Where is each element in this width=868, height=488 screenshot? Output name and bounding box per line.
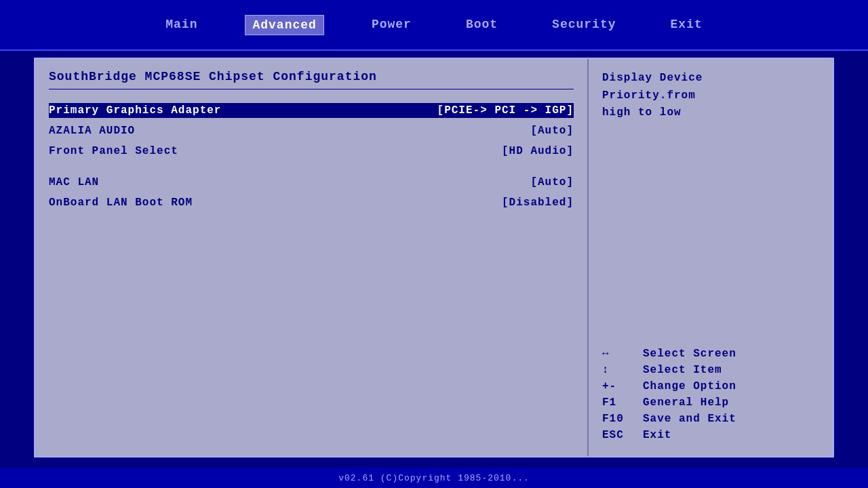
setting-row-onboard-lan[interactable]: OnBoard LAN Boot ROM [Disabled] xyxy=(49,195,574,210)
key-symbol-updown: ↕ xyxy=(602,364,643,376)
main-panel: SouthBridge MCP68SE Chipset Configuratio… xyxy=(34,58,834,458)
key-row-change-option: +- Change Option xyxy=(602,380,819,392)
help-line2: Priority.from xyxy=(602,89,696,102)
help-text: Display Device Priority.from high to low xyxy=(602,70,819,122)
setting-value-azalia: [Auto] xyxy=(530,125,574,137)
tab-main[interactable]: Main xyxy=(159,15,204,35)
right-panel: Display Device Priority.from high to low… xyxy=(589,59,833,456)
panel-title: SouthBridge MCP68SE Chipset Configuratio… xyxy=(49,70,574,83)
tab-exit[interactable]: Exit xyxy=(664,15,709,35)
setting-row-front-panel[interactable]: Front Panel Select [HD Audio] xyxy=(49,144,574,159)
setting-label-azalia: AZALIA AUDIO xyxy=(49,125,135,137)
tab-boot[interactable]: Boot xyxy=(459,15,505,35)
key-desc-f1: General Help xyxy=(643,396,729,409)
section-gap xyxy=(49,164,574,175)
key-symbol-f10: F10 xyxy=(602,413,643,425)
bottom-text: v02.61 (C)Copyright 1985-2010... xyxy=(338,473,530,483)
setting-label-mac-lan: MAC LAN xyxy=(49,176,99,188)
setting-row-azalia[interactable]: AZALIA AUDIO [Auto] xyxy=(49,123,574,138)
key-desc-select-screen: Select Screen xyxy=(643,348,736,360)
tab-power[interactable]: Power xyxy=(365,15,418,35)
setting-label-onboard-lan: OnBoard LAN Boot ROM xyxy=(49,197,193,209)
tab-security[interactable]: Security xyxy=(545,15,623,35)
key-symbol-esc: ESC xyxy=(602,429,643,441)
key-symbol-plusminus: +- xyxy=(602,380,643,392)
key-symbol-f1: F1 xyxy=(602,396,643,409)
key-desc-esc: Exit xyxy=(643,429,671,441)
key-row-f10: F10 Save and Exit xyxy=(602,413,819,425)
setting-label-primary-graphics: Primary Graphics Adapter xyxy=(49,104,221,117)
key-desc-change-option: Change Option xyxy=(643,380,736,392)
setting-row-mac-lan[interactable]: MAC LAN [Auto] xyxy=(49,175,574,190)
key-desc-select-item: Select Item xyxy=(643,364,722,376)
settings-table: Primary Graphics Adapter [PCIE-> PCI -> … xyxy=(49,103,574,210)
setting-row-primary-graphics[interactable]: Primary Graphics Adapter [PCIE-> PCI -> … xyxy=(49,103,574,118)
key-desc-f10: Save and Exit xyxy=(643,413,736,425)
key-symbol-leftright: ↔ xyxy=(602,348,643,360)
bottom-bar: v02.61 (C)Copyright 1985-2010... xyxy=(0,468,868,488)
setting-value-primary-graphics: [PCIE-> PCI -> IGP] xyxy=(437,104,574,117)
key-row-esc: ESC Exit xyxy=(602,429,819,441)
top-menu-bar: Main Advanced Power Boot Security Exit xyxy=(0,0,868,51)
key-row-select-item: ↕ Select Item xyxy=(602,364,819,376)
setting-value-onboard-lan: [Disabled] xyxy=(502,197,574,209)
key-row-f1: F1 General Help xyxy=(602,396,819,409)
setting-value-front-panel: [HD Audio] xyxy=(502,145,574,157)
setting-value-mac-lan: [Auto] xyxy=(530,176,574,188)
tab-advanced[interactable]: Advanced xyxy=(245,15,323,35)
menu-tabs: Main Advanced Power Boot Security Exit xyxy=(159,15,709,35)
divider xyxy=(49,89,574,89)
key-row-select-screen: ↔ Select Screen xyxy=(602,348,819,360)
settings-panel: SouthBridge MCP68SE Chipset Configuratio… xyxy=(35,59,589,456)
setting-label-front-panel: Front Panel Select xyxy=(49,145,178,157)
help-line3: high to low xyxy=(602,106,682,119)
help-line1: Display Device xyxy=(602,72,703,84)
key-help: ↔ Select Screen ↕ Select Item +- Change … xyxy=(602,348,819,445)
